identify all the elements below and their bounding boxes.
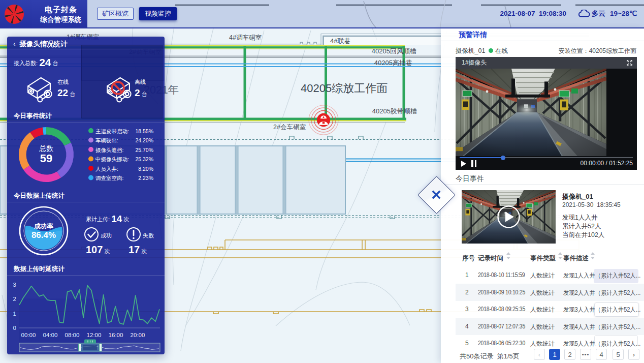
svg-text:3: 3 <box>13 282 16 288</box>
svg-text:04:00: 04:00 <box>43 332 58 338</box>
svg-text:00:00: 00:00 <box>21 332 36 338</box>
svg-text:40205回风顺槽: 40205回风顺槽 <box>372 47 416 55</box>
svg-text:16:00: 16:00 <box>109 332 123 338</box>
svg-text:08:00: 08:00 <box>65 332 80 338</box>
svg-text:20:00: 20:00 <box>131 332 145 338</box>
svg-text:4#调车硐室: 4#调车硐室 <box>229 34 262 41</box>
svg-text:4#联巷: 4#联巷 <box>330 37 350 45</box>
svg-text:40205胶带顺槽: 40205胶带顺槽 <box>372 107 417 115</box>
svg-text:0: 0 <box>13 325 16 331</box>
svg-text:2: 2 <box>13 296 16 302</box>
svg-text:12:00: 12:00 <box>87 332 102 338</box>
svg-text:1: 1 <box>13 311 16 317</box>
svg-text:2#会车硐室: 2#会车硐室 <box>273 124 306 131</box>
svg-text:40205高抽巷: 40205高抽巷 <box>374 59 412 67</box>
svg-text:40205综放工作面: 40205综放工作面 <box>301 82 388 95</box>
